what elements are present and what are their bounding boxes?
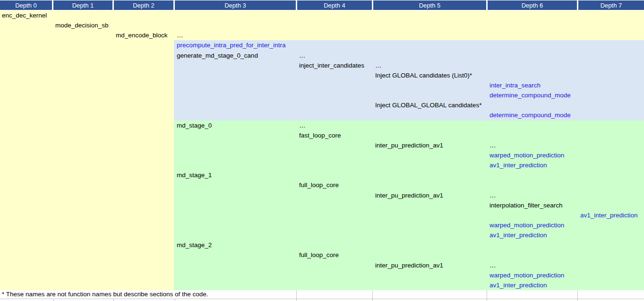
call-depth-table: Depth 0Depth 1Depth 2Depth 3Depth 4Depth…: [0, 0, 644, 301]
function-link-av1-inter-prediction[interactable]: av1_inter_prediction: [580, 210, 638, 220]
call-node-md-stage-1: md_stage_1: [177, 170, 212, 180]
function-link-determine-compound-mode[interactable]: determine_compound_mode: [489, 110, 571, 120]
function-link-av1-inter-prediction[interactable]: av1_inter_prediction: [489, 230, 547, 240]
column-header-depth-1: Depth 1: [53, 0, 112, 10]
footer-cell-border: [372, 290, 373, 299]
call-node-full-loop-core: full_loop_core: [299, 250, 339, 260]
call-node-ellipsis: …: [489, 260, 496, 270]
footnote-row: * These names are not function names but…: [0, 290, 644, 299]
column-header-depth-2: Depth 2: [114, 0, 173, 10]
column-header-depth-3: Depth 3: [175, 0, 296, 10]
yellow-left-panel: [0, 10, 174, 290]
call-node-enc-dec-kernel: enc_dec_kernel: [2, 10, 47, 20]
call-node-ellipsis: …: [489, 190, 496, 200]
call-node-ellipsis: …: [299, 51, 306, 60]
function-link-inter-intra-search[interactable]: inter_intra_search: [489, 80, 541, 90]
function-link-warped-motion-prediction[interactable]: warped_motion_prediction: [489, 270, 564, 280]
footer-cell-border: [577, 290, 578, 299]
column-header-depth-4: Depth 4: [297, 0, 372, 10]
call-node-inter-pu-prediction-av1: inter_pu_prediction_av1: [375, 140, 443, 150]
call-node-inject-global-candidates-list0: Inject GLOBAL candidates (List0)*: [375, 70, 472, 80]
partial-row-gridline: [372, 299, 373, 301]
column-header-depth-5: Depth 5: [373, 0, 486, 10]
yellow-top-right-panel: [174, 10, 644, 40]
partial-row-gridline: [113, 299, 114, 301]
column-header-depth-0: Depth 0: [0, 0, 52, 10]
call-node-inject-global-global-candidates: Inject GLOBAL_GLOBAL candidates*: [375, 100, 481, 110]
call-node-generate-md-stage-0-cand: generate_md_stage_0_cand: [177, 51, 258, 60]
call-node-ellipsis: …: [489, 140, 496, 150]
call-node-ellipsis: …: [375, 60, 382, 70]
partial-row-gridline: [53, 299, 54, 301]
function-link-determine-compound-mode[interactable]: determine_compound_mode: [489, 90, 571, 100]
partial-row-gridline: [296, 299, 297, 301]
call-node-full-loop-core: full_loop_core: [299, 180, 339, 190]
call-node-mode-decision-sb: mode_decision_sb: [55, 20, 109, 30]
footer-bottom-gridline: [0, 299, 644, 299]
function-link-av1-inter-prediction[interactable]: av1_inter_prediction: [489, 280, 547, 290]
call-node-md-stage-2: md_stage_2: [177, 240, 212, 250]
partial-row-gridline: [175, 299, 175, 301]
function-link-av1-inter-prediction[interactable]: av1_inter_prediction: [489, 160, 547, 170]
function-link-warped-motion-prediction[interactable]: warped_motion_prediction: [489, 220, 564, 230]
call-node-md-encode-block: md_encode_block: [116, 30, 168, 40]
function-link-warped-motion-prediction[interactable]: warped_motion_prediction: [489, 150, 564, 160]
call-node-ellipsis: …: [177, 30, 183, 40]
function-link-precompute-intra-pred-for-inter-intra[interactable]: precompute_intra_pred_for_inter_intra: [177, 40, 285, 50]
footer-cell-border: [296, 290, 297, 299]
column-header-depth-7: Depth 7: [578, 0, 644, 10]
call-node-md-stage-0: md_stage_0: [177, 120, 212, 130]
footer-cell-border: [487, 290, 487, 299]
column-header-depth-6: Depth 6: [488, 0, 577, 10]
call-node-inject-inter-candidates: inject_inter_candidates: [299, 60, 364, 70]
call-node-inter-pu-prediction-av1: inter_pu_prediction_av1: [375, 260, 443, 270]
call-node-ellipsis: …: [299, 120, 306, 130]
call-node-inter-pu-prediction-av1: inter_pu_prediction_av1: [375, 190, 443, 200]
call-node-interpolation-filter-search: interpolation_filter_search: [489, 200, 563, 210]
call-node-fast-loop-core: fast_loop_core: [299, 130, 341, 140]
partial-row-gridline: [577, 299, 578, 301]
footnote: * These names are not function names but…: [2, 290, 208, 299]
partial-row-gridline: [487, 299, 487, 301]
